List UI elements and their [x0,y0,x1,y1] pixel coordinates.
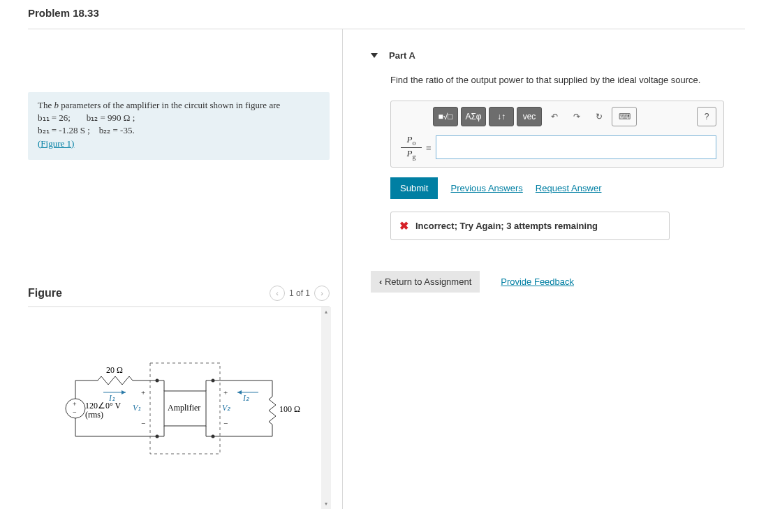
figure-next-button[interactable]: › [314,286,330,301]
svg-text:−: − [73,408,77,416]
b22-value: b₂₂ = -35. [99,125,135,135]
collapse-icon [371,53,378,58]
previous-answers-link[interactable]: Previous Answers [450,183,522,193]
b21-value: b₂₁ = -1.28 S ; [38,125,90,135]
keyboard-button[interactable]: ⌨ [612,107,637,126]
ratio-label: Po Pg [401,135,422,160]
svg-text:100 Ω: 100 Ω [279,404,300,414]
b11-value: b₁₁ = 26; [38,112,71,123]
submit-button[interactable]: Submit [390,177,438,199]
figure-pager-text: 1 of 1 [289,288,310,298]
svg-text:(rms): (rms) [85,410,103,420]
svg-text:+: + [73,400,77,408]
feedback-message: Incorrect; Try Again; 3 attempts remaini… [415,221,598,231]
request-answer-link[interactable]: Request Answer [536,183,602,193]
templates-button[interactable]: ■√□ [433,107,458,126]
svg-text:−: − [223,419,228,427]
svg-text:−: − [141,419,145,427]
part-a-header[interactable]: Part A [371,50,724,61]
subsup-button[interactable]: ↓↑ [489,107,514,126]
problem-title: Problem 18.33 [28,7,745,19]
scroll-up-icon[interactable]: ▴ [321,307,331,317]
figure-canvas: + − 120∠0° V (rms) 20 Ω I₁ [28,306,330,509]
figure-prev-button[interactable]: ‹ [270,286,285,301]
greek-button[interactable]: ΑΣφ [461,107,486,126]
svg-text:I₁: I₁ [108,393,115,403]
svg-marker-10 [121,390,126,394]
provide-feedback-link[interactable]: Provide Feedback [501,276,574,287]
svg-text:V₁: V₁ [133,403,141,413]
figure-scrollbar[interactable]: ▴ ▾ [321,307,331,509]
part-title: Part A [389,50,415,61]
scroll-down-icon[interactable]: ▾ [321,499,331,509]
svg-marker-36 [237,390,242,394]
svg-text:+: + [223,388,228,397]
help-button[interactable]: ? [697,107,716,126]
figure-link[interactable]: (Figure 1) [38,138,74,149]
equals-sign: = [426,142,432,153]
feedback-box: ✖ Incorrect; Try Again; 3 attempts remai… [390,212,670,240]
circuit-diagram: + − 120∠0° V (rms) 20 Ω I₁ [56,342,307,461]
info-text: The [38,100,54,110]
figure-title: Figure [28,287,62,300]
svg-text:Amplifier: Amplifier [168,403,200,413]
return-to-assignment-button[interactable]: Return to Assignment [371,271,480,293]
problem-statement: The b parameters of the amplifier in the… [28,92,330,160]
undo-button[interactable]: ↶ [545,107,564,126]
svg-text:+: + [141,388,145,397]
b12-value: b₁₂ = 990 Ω ; [87,112,135,123]
svg-text:20 Ω: 20 Ω [106,365,123,375]
reset-button[interactable]: ↻ [589,107,609,126]
vector-button[interactable]: vec [517,107,542,126]
redo-button[interactable]: ↷ [567,107,587,126]
incorrect-icon: ✖ [399,219,408,232]
answer-input[interactable] [436,135,716,159]
svg-text:I₂: I₂ [242,393,250,403]
part-prompt: Find the ratio of the output power to th… [390,75,724,85]
svg-text:V₂: V₂ [222,403,231,413]
info-text: parameters of the amplifier in the circu… [59,100,280,110]
answer-area: ■√□ ΑΣφ ↓↑ vec ↶ ↷ ↻ ⌨ ? Po [390,101,724,168]
svg-text:120∠0° V: 120∠0° V [85,401,121,411]
